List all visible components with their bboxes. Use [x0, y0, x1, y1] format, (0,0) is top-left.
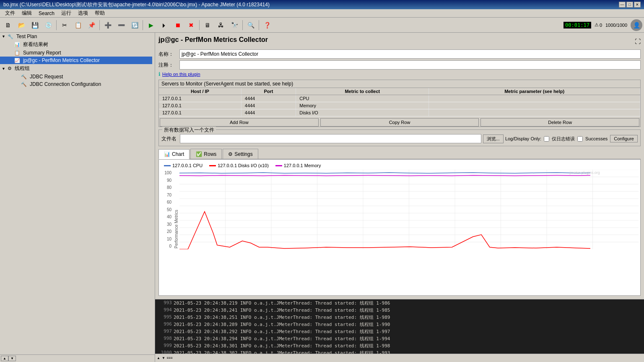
scroll-up-button[interactable]: ▲	[1, 356, 8, 361]
saveas-button[interactable]: 💿	[42, 19, 55, 31]
chart-svg: jmeter-plugins.org	[179, 170, 639, 249]
maximize-button[interactable]: □	[626, 2, 633, 8]
server-table-row[interactable]: 127.0.0.14444Memory	[159, 102, 640, 109]
toolbar: 🗎 📂 💾 💿 ✂ 📋 📌 ➕ ➖ 🔃 ▶ ⏵ ⏹ ✖ 🖥 🖧 🔭 🔍 ❓ 00…	[0, 18, 644, 33]
info-icon: ℹ	[158, 71, 161, 77]
tab-chart[interactable]: 📊Chart	[158, 149, 190, 159]
tab-rows[interactable]: ✅Rows	[190, 149, 222, 159]
browse-button[interactable]: 浏览...	[483, 134, 504, 143]
server-table-row[interactable]: 127.0.0.14444CPU	[159, 95, 640, 102]
tab-settings[interactable]: ⚙Settings	[223, 149, 258, 159]
server-col-header: Metric to collect	[296, 88, 429, 95]
left-panel: ▼🔧Test Plan📊察看结果树📋Summary Report📈jp@gc -…	[0, 33, 155, 362]
save-button[interactable]: 💾	[29, 19, 41, 31]
tab-icon-rows: ✅	[196, 151, 202, 157]
tree-item-thread-group[interactable]: ▼⚙线程组	[0, 64, 155, 73]
server-cell-port: 4444	[241, 102, 296, 109]
server-cell-param	[429, 95, 640, 102]
scroll-down-button[interactable]: ▼	[8, 356, 16, 361]
title-bar-text: bo.jmx (C:\Users\DELL\Desktop\测试\软件安装包\a…	[3, 1, 270, 8]
menu-item-运行[interactable]: 运行	[58, 9, 75, 18]
name-input[interactable]	[179, 49, 641, 59]
name-row: 名称：	[158, 49, 641, 59]
stop-button[interactable]: ⏹	[171, 19, 184, 31]
panel-title: jp@gc - PerfMon Metrics Collector	[158, 36, 268, 44]
tree-item-jdbc-conn[interactable]: 🔨JDBC Connection Configuration	[0, 80, 155, 88]
log-num: 993	[157, 300, 172, 306]
tree-item-test-plan[interactable]: ▼🔧Test Plan	[0, 33, 155, 40]
cpu-line	[179, 173, 590, 173]
successes-checkbox[interactable]	[577, 136, 583, 142]
remove-button[interactable]: ➖	[115, 19, 127, 31]
chart-container: 100 90 80 70 60 50 40 30 20 10 0 Perform…	[161, 170, 639, 249]
help-button[interactable]: ❓	[261, 19, 273, 31]
add-button[interactable]: ➕	[101, 19, 114, 31]
log-content: 2021-05-23 20:24:38,251 INFO o.a.j.t.JMe…	[174, 314, 390, 321]
main-layout: ▼🔧Test Plan📊察看结果树📋Summary Report📈jp@gc -…	[0, 33, 644, 362]
title-bar: bo.jmx (C:\Users\DELL\Desktop\测试\软件安装包\a…	[0, 0, 644, 9]
tree-item-listener1[interactable]: 📊察看结果树	[0, 40, 155, 49]
copy-button[interactable]: 📋	[72, 19, 84, 31]
remote-stop-button[interactable]: 🖧	[215, 19, 227, 31]
delete-row-button[interactable]: Delete Row	[480, 118, 639, 127]
toolbar-right: 00:01:17 ⚠ 0 1000/1000 👤	[564, 19, 642, 31]
minimize-button[interactable]: —	[619, 2, 626, 8]
tree-item-summary[interactable]: 📋Summary Report	[0, 49, 155, 57]
log-content: 2021-05-23 20:24:38,241 INFO o.a.j.t.JMe…	[174, 307, 390, 313]
close-button[interactable]: ✕	[634, 2, 641, 8]
warning-icon: ⚠	[595, 22, 599, 28]
title-bar-controls: — □ ✕	[619, 2, 641, 8]
y-axis-label: Performance Metrics	[173, 170, 179, 249]
start-button[interactable]: ▶	[145, 19, 157, 31]
menu-item-文件[interactable]: 文件	[2, 9, 18, 18]
legend-color	[164, 165, 171, 166]
copy-row-button[interactable]: Copy Row	[320, 118, 479, 127]
configure-button[interactable]: Configure	[610, 135, 638, 142]
legend-label: 127.0.0.1 Memory	[284, 163, 321, 168]
server-cell-metric: Disks I/O	[296, 109, 429, 116]
server-cell-metric: Memory	[296, 102, 429, 109]
fullscreen-button[interactable]: ⛶	[635, 38, 641, 45]
avatar: 👤	[631, 19, 642, 31]
y-axis: 100 90 80 70 60 50 40 30 20 10 0	[161, 170, 173, 249]
tree-item-jdbc-req[interactable]: 🔨JDBC Request	[0, 73, 155, 80]
clear-button[interactable]: 🔃	[128, 19, 141, 31]
remote-exit-button[interactable]: 🔭	[228, 19, 241, 31]
server-col-header: Metric parameter (see help)	[429, 88, 640, 95]
menu-item-编辑[interactable]: 编辑	[18, 9, 35, 18]
content-area: jp@gc - PerfMon Metrics Collector ⛶ 名称： …	[155, 33, 644, 299]
tab-label-settings: Settings	[234, 151, 252, 157]
menu-item-Search[interactable]: Search	[35, 10, 58, 17]
start-no-pause[interactable]: ⏵	[158, 19, 171, 31]
cut-button[interactable]: ✂	[58, 19, 71, 31]
paste-button[interactable]: 📌	[85, 19, 98, 31]
remote-start-button[interactable]: 🖥	[201, 19, 214, 31]
warning-count: 0	[600, 23, 602, 28]
log-line: 9982021-05-23 20:24:38,294 INFO o.a.j.t.…	[155, 335, 644, 342]
servers-section-title: Servers to Monitor (ServerAgent must be …	[161, 81, 293, 87]
open-button[interactable]: 📂	[15, 19, 28, 31]
legend-label: 127.0.0.1 Disks I/O (x10)	[218, 163, 269, 168]
log-options: Log/Display Only: 仅日志错误 Successes Config…	[505, 135, 638, 142]
comment-input[interactable]	[179, 60, 641, 70]
template-button[interactable]: 🔍	[244, 19, 257, 31]
server-cell-port: 4444	[241, 95, 296, 102]
server-table-row[interactable]: 127.0.0.14444Disks I/O	[159, 109, 640, 116]
menu-item-帮助[interactable]: 帮助	[91, 9, 108, 18]
help-link[interactable]: Help on this plugin	[162, 72, 200, 77]
log-content: 2021-05-23 20:24:38,219 INFO o.a.j.t.JMe…	[174, 300, 390, 306]
log-num: 997	[157, 328, 172, 335]
log-num: 998	[157, 336, 172, 342]
chart-plot: jmeter-plugins.org	[179, 170, 639, 249]
new-button[interactable]: 🗎	[2, 19, 14, 31]
shutdown-button[interactable]: ✖	[185, 19, 197, 31]
add-row-button[interactable]: Add Row	[160, 118, 319, 127]
legend-label: 127.0.0.1 CPU	[172, 163, 203, 168]
tab-icon-settings: ⚙	[228, 151, 233, 157]
menu-item-选项[interactable]: 选项	[75, 9, 91, 18]
tree-item-perfmon[interactable]: 📈jp@gc - PerfMon Metrics Collector	[0, 57, 155, 64]
errors-checkbox[interactable]	[544, 136, 549, 142]
file-input[interactable]	[180, 134, 481, 143]
warning-badge: ⚠ 0	[595, 22, 602, 28]
log-line: 9992021-05-23 20:24:38,301 INFO o.a.j.t.…	[155, 342, 644, 349]
